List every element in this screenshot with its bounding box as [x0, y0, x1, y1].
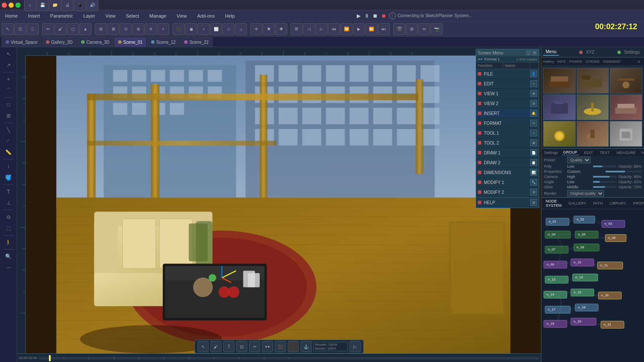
cursor-tool-btn[interactable]: ↖: [197, 341, 209, 352]
glasses-btn[interactable]: 👓: [262, 341, 273, 352]
view-box-tool[interactable]: ⊠: [107, 23, 119, 35]
node-block-3[interactable]: n_03: [601, 220, 625, 228]
push-pull-tool[interactable]: ↕: [3, 161, 15, 172]
paint-tool-btn[interactable]: 🖌: [210, 341, 222, 352]
snap-start-icon[interactable]: ⏮: [328, 23, 340, 35]
menu-insert[interactable]: Insert: [26, 12, 42, 19]
rp-tab-xyz[interactable]: XYZ: [583, 49, 597, 55]
gallery-item-5[interactable]: [577, 94, 609, 120]
menu-manage[interactable]: Manage: [148, 12, 168, 19]
snap-btn[interactable]: ⚓: [301, 341, 312, 352]
rect-tool[interactable]: □: [3, 100, 15, 110]
grid-icon[interactable]: ⊞: [406, 23, 418, 35]
menu-row-format[interactable]: FORMAT ✏: [476, 118, 539, 128]
menu-row-insert[interactable]: INSERT 🔔: [476, 109, 539, 118]
tab-gallery-3d[interactable]: Gallery_3D: [42, 37, 76, 47]
node-block-14[interactable]: n_14: [544, 291, 567, 299]
rotate-tool[interactable]: ✖: [263, 23, 275, 35]
timeline[interactable]: 00:00:02:00: [17, 353, 541, 362]
timeline-bar[interactable]: [39, 357, 539, 359]
ns-tab-gallery[interactable]: GALLERY: [567, 201, 588, 206]
snap-prev-icon[interactable]: ⏪: [340, 23, 352, 35]
node-block-19[interactable]: n_19: [544, 320, 567, 328]
record-button[interactable]: ⏺: [380, 12, 387, 20]
gallery-tab-stroke[interactable]: STROKE: [586, 60, 600, 63]
snap-play-icon[interactable]: ▶: [353, 23, 365, 35]
select-similar-tool[interactable]: ⊡: [14, 23, 26, 35]
close-button[interactable]: [2, 3, 7, 8]
window-controls[interactable]: [2, 3, 21, 8]
rs-tab-measure[interactable]: MEASURE: [615, 150, 638, 155]
view-circle-tool[interactable]: ⊙: [120, 23, 132, 35]
maximize-button[interactable]: [15, 3, 21, 8]
menu-layer[interactable]: Layer: [82, 12, 97, 19]
gallery-expand-btn[interactable]: »: [635, 58, 642, 65]
tab-virtual-space[interactable]: Virtual_Space: [2, 37, 41, 47]
node-block-7[interactable]: n_07: [545, 246, 568, 253]
3d-top-icon[interactable]: ⬜: [210, 23, 222, 35]
3d-box-icon[interactable]: ⬛: [173, 23, 185, 35]
view-cross-tool[interactable]: ✕: [145, 23, 157, 35]
tab-camera-3d[interactable]: Camera_3D: [77, 37, 113, 47]
3d-front-icon[interactable]: ◼: [185, 23, 197, 35]
rp-tab-settings[interactable]: Settings: [622, 49, 642, 55]
pause-button[interactable]: ⏸: [363, 12, 370, 20]
eraser-tool[interactable]: ◻: [67, 23, 79, 35]
menu-select[interactable]: Select: [124, 12, 141, 19]
node-block-12[interactable]: n_12: [545, 276, 568, 284]
gallery-item-1[interactable]: [543, 68, 576, 94]
node-block-10[interactable]: n_10: [571, 259, 594, 266]
lasso-tool[interactable]: ⌷: [27, 23, 39, 35]
3d-user-icon[interactable]: △: [235, 23, 247, 35]
pointer-tool[interactable]: ↖: [3, 49, 15, 59]
device-icon[interactable]: 📱: [74, 0, 86, 11]
paint-bucket-tool[interactable]: 🪣: [3, 172, 15, 183]
node-block-4[interactable]: n_04: [545, 231, 571, 238]
text-tool-btn[interactable]: T: [223, 341, 234, 352]
audio-icon[interactable]: 🔊: [86, 0, 98, 11]
menu-addons[interactable]: Add-ons: [195, 12, 216, 19]
menu-view[interactable]: View: [104, 12, 118, 19]
menu-row-modify1[interactable]: MODIFY 1 🔧: [476, 178, 539, 187]
node-block-8[interactable]: n_08: [574, 244, 599, 251]
node-canvas[interactable]: n_01 n_02 n_03 n_04 n_05 n_06 n_07 n_08 …: [541, 209, 644, 362]
walk-tool[interactable]: 🚶: [3, 237, 15, 247]
add-point-tool[interactable]: +: [3, 74, 15, 84]
tab-scene-12[interactable]: Scene_12: [147, 37, 179, 47]
gallery-item-9[interactable]: [610, 121, 642, 147]
grid-tool[interactable]: ⊞: [3, 111, 15, 121]
gallery-item-6[interactable]: [610, 94, 642, 120]
node-block-6[interactable]: n_06: [605, 234, 626, 242]
mirror-icon[interactable]: ⇔: [418, 23, 430, 35]
ns-tab-library[interactable]: LIBRARY: [608, 201, 628, 206]
menu-row-draw1[interactable]: DRAW 1 📄: [476, 148, 539, 158]
pencil-tool[interactable]: ✏: [42, 23, 54, 35]
view-select-tool[interactable]: ⊞: [95, 23, 107, 35]
gallery-tab-power[interactable]: POWER: [569, 60, 582, 63]
minimize-button[interactable]: [9, 3, 14, 8]
menu-row-draw2[interactable]: DRAW 2 📋: [476, 158, 539, 168]
rs-glow-slider[interactable]: [593, 186, 617, 188]
measure-tool[interactable]: 📏: [3, 147, 15, 157]
node-block-17[interactable]: n_17: [545, 306, 571, 314]
move-tool[interactable]: ✛: [250, 23, 262, 35]
fill-tool[interactable]: ▲: [79, 23, 91, 35]
line-tool[interactable]: ╲: [3, 125, 15, 135]
menu-row-dimensions[interactable]: DIMENSIONS 📊: [476, 168, 539, 178]
menu-row-help[interactable]: HELP ⊞: [476, 197, 539, 208]
node-block-21[interactable]: n_21: [601, 321, 624, 329]
menu-row-view1[interactable]: VIEW 1 ⊞: [476, 89, 539, 99]
menu-help[interactable]: Help: [223, 12, 237, 19]
rp-tab-menu[interactable]: Menu: [543, 48, 559, 56]
node-block-1[interactable]: n_01: [546, 218, 569, 226]
menu-row-tool1[interactable]: TOOL 1 +: [476, 128, 539, 138]
rs-tab-edit[interactable]: EDIT: [583, 150, 595, 155]
print-icon[interactable]: 🖨: [61, 0, 73, 11]
node-block-9[interactable]: n_09: [544, 261, 567, 268]
text-tool[interactable]: T: [3, 187, 15, 197]
rs-angle-slider[interactable]: [593, 181, 617, 183]
cube-btn[interactable]: ⬛: [275, 341, 286, 352]
folder-icon[interactable]: 📁: [49, 0, 61, 11]
snap-next-icon[interactable]: ⏩: [365, 23, 377, 35]
play-button[interactable]: ▶: [356, 12, 361, 20]
